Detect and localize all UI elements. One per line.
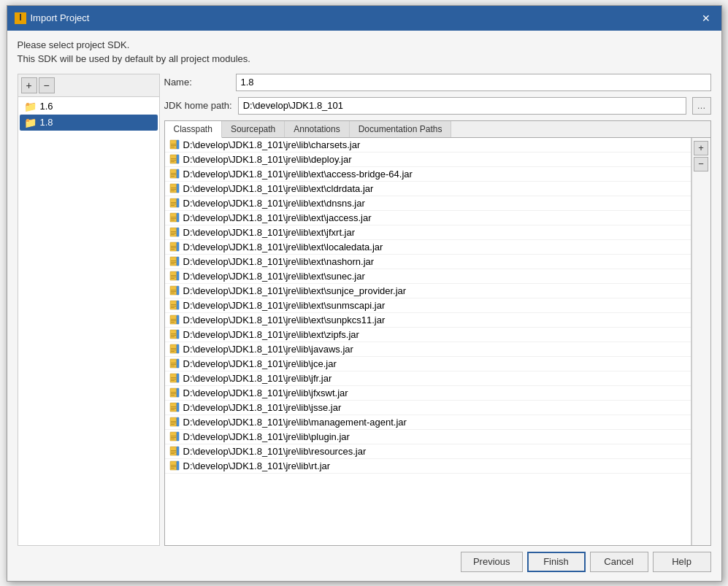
jar-list-item: D:\develop\JDK1.8_101\jre\lib\ext\jacces…: [165, 211, 691, 225]
tab-classpath[interactable]: Classpath: [165, 121, 222, 138]
jar-file-icon: [169, 212, 180, 223]
svg-rect-53: [171, 290, 176, 290]
svg-rect-9: [171, 160, 176, 161]
jar-list-item: D:\develop\JDK1.8_101\jre\lib\management…: [165, 415, 691, 430]
svg-rect-91: [177, 388, 179, 397]
sdk-toolbar: + −: [18, 74, 159, 97]
svg-rect-116: [177, 461, 179, 470]
remove-jar-button[interactable]: −: [694, 157, 708, 171]
jar-list-item: D:\develop\JDK1.8_101\jre\lib\rt.jar: [165, 459, 691, 474]
svg-rect-109: [171, 452, 176, 452]
jar-file-icon: [169, 285, 180, 296]
jar-path-label: D:\develop\JDK1.8_101\jre\lib\ext\cldrda…: [183, 183, 374, 194]
svg-rect-50: [171, 278, 175, 279]
jar-list-item: D:\develop\JDK1.8_101\jre\lib\jsse.jar: [165, 401, 691, 415]
jar-path-label: D:\develop\JDK1.8_101\jre\lib\jsse.jar: [183, 402, 342, 413]
name-row: Name:: [164, 74, 711, 91]
help-button[interactable]: Help: [653, 552, 711, 572]
jar-file-icon: [169, 358, 180, 369]
svg-rect-79: [171, 364, 176, 365]
description-line1: Please select project SDK.: [18, 38, 711, 53]
jar-list-item: D:\develop\JDK1.8_101\jre\lib\ext\cldrda…: [165, 182, 691, 196]
jar-path-label: D:\develop\JDK1.8_101\jre\lib\ext\zipfs.…: [183, 329, 359, 340]
finish-button[interactable]: Finish: [527, 552, 586, 572]
svg-rect-40: [171, 249, 175, 250]
jar-list-item: D:\develop\JDK1.8_101\jre\lib\ext\dnsns.…: [165, 196, 691, 211]
svg-rect-64: [171, 320, 176, 321]
title-bar: I Import Project ✕: [7, 6, 721, 31]
jar-path-label: D:\develop\JDK1.8_101\jre\lib\deploy.jar: [183, 154, 352, 165]
jar-list-item: D:\develop\JDK1.8_101\jre\lib\ext\sunmsc…: [165, 298, 691, 313]
name-input[interactable]: [236, 74, 711, 91]
folder-icon-16: 📁: [24, 101, 37, 112]
svg-rect-45: [171, 263, 175, 264]
app-icon: I: [15, 12, 26, 24]
svg-rect-73: [171, 348, 176, 349]
previous-button[interactable]: Previous: [461, 552, 523, 572]
title-bar-left: I Import Project: [15, 12, 90, 24]
svg-rect-70: [171, 336, 175, 337]
description-line2: This SDK will be used by default by all …: [18, 52, 711, 66]
svg-rect-114: [171, 466, 176, 467]
jar-file-icon: [169, 417, 180, 427]
folder-icon-18: 📁: [24, 117, 37, 128]
sdk-item-18[interactable]: 📁 1.8: [20, 115, 158, 131]
sdk-item-16[interactable]: 📁 1.6: [20, 99, 158, 115]
svg-rect-13: [171, 173, 176, 174]
svg-rect-69: [171, 335, 176, 336]
svg-rect-35: [171, 234, 175, 235]
svg-rect-76: [177, 344, 179, 353]
svg-rect-10: [171, 161, 175, 162]
jar-file-icon: [169, 169, 180, 179]
svg-rect-110: [171, 453, 175, 454]
jar-file-icon: [169, 460, 180, 471]
browse-button[interactable]: …: [692, 97, 711, 115]
tabs-content: D:\develop\JDK1.8_101\jre\lib\charsets.j…: [165, 138, 710, 545]
dialog-footer: Previous Finish Cancel Help: [18, 546, 711, 575]
cancel-button[interactable]: Cancel: [590, 552, 648, 572]
svg-rect-95: [171, 409, 175, 410]
svg-rect-38: [171, 246, 176, 247]
jar-list-item: D:\develop\JDK1.8_101\jre\lib\ext\sunjce…: [165, 284, 691, 298]
add-sdk-button[interactable]: +: [21, 77, 37, 93]
tab-annotations[interactable]: Annotations: [285, 121, 349, 137]
svg-text:I: I: [19, 13, 22, 23]
svg-rect-68: [171, 334, 176, 334]
svg-rect-106: [177, 432, 179, 441]
svg-rect-29: [171, 218, 176, 219]
svg-rect-61: [177, 301, 179, 309]
svg-rect-103: [171, 436, 176, 436]
svg-rect-44: [171, 262, 176, 263]
remove-sdk-button[interactable]: −: [39, 77, 55, 93]
svg-rect-74: [171, 350, 176, 350]
jdk-label: JDK home path:: [164, 100, 232, 111]
add-jar-button[interactable]: +: [694, 141, 708, 155]
jar-file-icon: [169, 300, 180, 310]
jar-file-icon: [169, 139, 180, 150]
svg-rect-60: [171, 307, 175, 308]
content-area: + − 📁 1.6 📁 1.8 Nam: [18, 74, 711, 546]
tab-docpaths[interactable]: Documentation Paths: [350, 121, 452, 137]
jar-list-item: D:\develop\JDK1.8_101\jre\lib\deploy.jar: [165, 153, 691, 167]
svg-rect-21: [177, 184, 179, 193]
jar-path-label: D:\develop\JDK1.8_101\jre\lib\jfr.jar: [183, 373, 332, 384]
jar-path-label: D:\develop\JDK1.8_101\jre\lib\charsets.j…: [183, 139, 361, 150]
tab-sourcepath[interactable]: Sourcepath: [222, 121, 285, 137]
svg-rect-85: [171, 380, 175, 381]
svg-rect-23: [171, 202, 176, 203]
svg-rect-65: [171, 322, 175, 323]
jar-file-icon: [169, 388, 180, 398]
svg-rect-93: [171, 406, 176, 407]
svg-rect-80: [171, 366, 175, 366]
jar-list-item: D:\develop\JDK1.8_101\jre\lib\ext\sunec.…: [165, 269, 691, 284]
svg-rect-48: [171, 275, 176, 276]
svg-rect-104: [171, 437, 176, 438]
jar-list-item: D:\develop\JDK1.8_101\jre\lib\ext\access…: [165, 167, 691, 182]
jdk-path-input[interactable]: [238, 97, 686, 115]
svg-rect-101: [177, 417, 179, 426]
close-button[interactable]: ✕: [698, 10, 714, 26]
svg-rect-8: [171, 158, 176, 159]
jar-list-item: D:\develop\JDK1.8_101\jre\lib\javaws.jar: [165, 342, 691, 357]
sdk-tree-panel: + − 📁 1.6 📁 1.8: [18, 74, 160, 546]
classpath-tabs: Classpath Sourcepath Annotations Documen…: [164, 120, 711, 546]
